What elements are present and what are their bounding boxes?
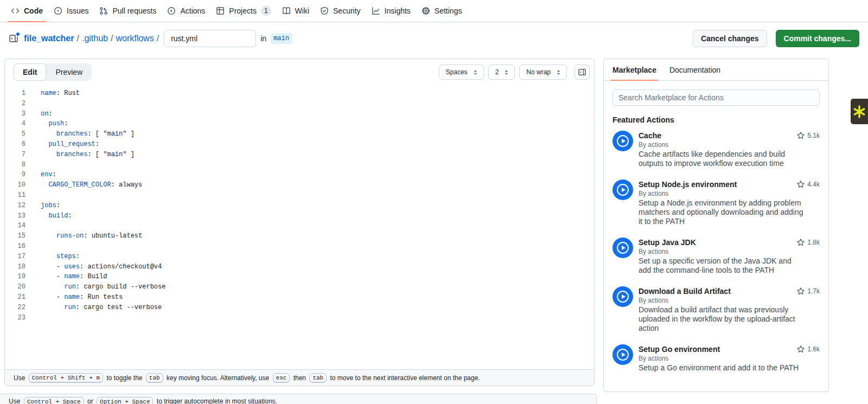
nav-item-projects[interactable]: Projects1 (212, 0, 275, 22)
in-branch-label: in (260, 34, 266, 43)
nav-item-issues[interactable]: Issues (49, 0, 93, 22)
star-count-value: 4.4k (807, 181, 820, 188)
action-title: Setup Java JDK (639, 238, 806, 247)
indent-size-select[interactable]: 2 (488, 65, 515, 80)
nav-item-label: Pull requests (112, 7, 156, 15)
star-icon (796, 238, 805, 247)
graph-icon (372, 7, 380, 15)
nav-item-wiki[interactable]: Wiki (278, 0, 314, 22)
nav-item-security[interactable]: Security (316, 0, 365, 22)
nav-item-label: Security (333, 7, 361, 15)
repo-nav: CodeIssuesPull requestsActionsProjects1W… (0, 0, 868, 22)
marketplace-item[interactable]: Download a Build ArtifactBy actionsDownl… (612, 286, 820, 333)
line-number: 12 (5, 201, 25, 211)
breadcrumb-repo-link[interactable]: file_watcher (24, 34, 74, 43)
code-line: 16 (5, 241, 594, 252)
code-line-text: steps: (25, 252, 80, 262)
indent-mode-select[interactable]: Spaces (439, 65, 484, 80)
wrap-mode-select[interactable]: No wrap (519, 65, 567, 80)
star-count: 1.7k (796, 287, 820, 296)
table-icon (216, 7, 225, 15)
marketplace-search-input[interactable] (612, 89, 820, 106)
action-title: Download a Build Artifact (639, 286, 806, 296)
wrap-mode-value: No wrap (526, 68, 551, 76)
caret-updown-icon (555, 69, 562, 76)
branch-badge: main (271, 33, 292, 44)
line-number: 21 (5, 292, 25, 303)
edit-preview-tabs: Edit Preview (14, 63, 92, 81)
star-icon (796, 180, 805, 189)
tab-preview[interactable]: Preview (46, 63, 92, 81)
tab-edit[interactable]: Edit (14, 63, 46, 81)
asterisk-icon (852, 105, 866, 119)
code-line-text: - name: Run tests (25, 292, 123, 303)
autocomplete-hint-bar: Use Control + Space or Option + Space to… (0, 394, 597, 404)
git-pull-request-icon (99, 7, 108, 15)
code-line: 11 (5, 190, 594, 201)
code-editor[interactable]: 1name: Rust23on:4 push:5 branches: [ "ma… (5, 85, 594, 369)
action-author: By actions (639, 140, 806, 149)
panel-toggle-icon (578, 68, 586, 76)
caret-updown-icon (472, 69, 479, 76)
marketplace-item[interactable]: Setup Java JDKBy actionsSet up a specifi… (612, 238, 820, 275)
nav-item-label: Actions (180, 7, 205, 15)
star-count-value: 5.1k (807, 132, 820, 139)
repo-nav-list: CodeIssuesPull requestsActionsProjects1W… (7, 0, 466, 22)
code-line: 23 (5, 313, 594, 323)
commit-changes-button[interactable]: Commit changes... (776, 30, 859, 47)
line-number: 3 (5, 109, 25, 119)
filename-input[interactable] (164, 30, 256, 47)
book-icon (282, 7, 291, 15)
nav-item-code[interactable]: Code (7, 0, 47, 22)
collapse-sidebar-button[interactable] (575, 65, 590, 80)
code-line-text (25, 160, 41, 170)
focus-hint-bar: Use Control + Shift + m to toggle the ta… (5, 369, 594, 386)
star-icon (796, 131, 805, 140)
star-count-value: 1.8k (807, 239, 820, 246)
kbd-key: tab (146, 373, 163, 383)
editor-toolbar: Edit Preview Spaces 2 No wrap (5, 59, 594, 85)
nav-item-label: Insights (385, 7, 411, 15)
action-description: Setup a Go environment and add it to the… (639, 363, 806, 373)
action-avatar-play-icon (612, 238, 633, 258)
code-line-text: run: cargo build --verbose (25, 282, 165, 292)
code-line-text: env: (25, 170, 56, 180)
featured-actions-list: CacheBy actionsCache artifacts like depe… (604, 131, 828, 373)
line-number: 19 (5, 272, 25, 282)
code-line-text (25, 190, 41, 201)
marketplace-item[interactable]: Setup Go environmentBy actionsSetup a Go… (612, 344, 820, 373)
star-count: 1.6k (796, 345, 820, 354)
breadcrumb-dir-github[interactable]: .github (82, 34, 108, 43)
cancel-changes-button[interactable]: Cancel changes (693, 30, 767, 47)
kbd-key: Control + Space (24, 397, 84, 404)
code-line-text: push: (25, 119, 68, 129)
nav-item-actions[interactable]: Actions (163, 0, 209, 22)
tab-marketplace[interactable]: Marketplace (612, 59, 656, 80)
nav-item-settings[interactable]: Settings (417, 0, 467, 22)
code-line-text (25, 221, 41, 231)
line-number: 23 (5, 313, 25, 323)
kbd-key: esc (273, 373, 290, 383)
code-line-text: CARGO_TERM_COLOR: always (25, 180, 142, 190)
nav-item-insights[interactable]: Insights (367, 0, 415, 22)
marketplace-item-body: Setup Go environmentBy actionsSetup a Go… (639, 344, 820, 373)
file-tree-toggle-button[interactable] (9, 34, 18, 43)
kbd-key: Option + Space (97, 397, 153, 404)
code-line-text: jobs: (25, 201, 60, 211)
marketplace-item[interactable]: CacheBy actionsCache artifacts like depe… (612, 131, 820, 168)
play-icon (167, 7, 176, 15)
line-number: 7 (5, 150, 25, 160)
line-number: 15 (5, 231, 25, 241)
nav-item-label: Code (24, 7, 43, 15)
marketplace-item-body: Setup Node.js environmentBy actionsSetup… (639, 179, 820, 226)
nav-item-pull-requests[interactable]: Pull requests (95, 0, 161, 22)
code-line: 10 CARGO_TERM_COLOR: always (5, 180, 594, 190)
breadcrumb-dir-workflows[interactable]: workflows (116, 34, 154, 43)
extension-badge[interactable] (851, 99, 868, 124)
marketplace-item[interactable]: Setup Node.js environmentBy actionsSetup… (612, 179, 820, 226)
star-icon (796, 287, 805, 296)
line-number: 14 (5, 221, 25, 231)
code-line: 15 runs-on: ubuntu-latest (5, 231, 594, 241)
tab-documentation[interactable]: Documentation (669, 59, 720, 80)
action-author: By actions (639, 247, 806, 256)
